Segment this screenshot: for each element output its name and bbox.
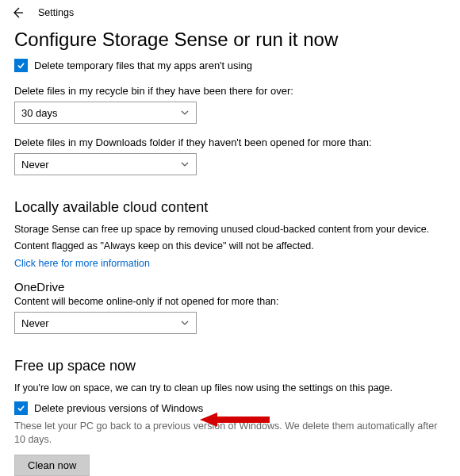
downloads-value: Never <box>21 159 49 171</box>
free-up-heading: Free up space now <box>14 358 446 374</box>
downloads-label: Delete files in my Downloads folder if t… <box>14 136 446 148</box>
temp-files-label: Delete temporary files that my apps aren… <box>34 60 252 71</box>
page-content: Configure Storage Sense or run it now De… <box>0 21 460 476</box>
page-title: Configure Storage Sense or run it now <box>14 29 446 51</box>
cloud-content-heading: Locally available cloud content <box>14 199 446 216</box>
prev-versions-checkbox-row[interactable]: Delete previous versions of Windows <box>14 401 446 415</box>
recycle-bin-select[interactable]: 30 days <box>14 102 197 124</box>
onedrive-label: Content will become online-only if not o… <box>14 294 446 309</box>
onedrive-value: Never <box>21 317 49 329</box>
back-button[interactable] <box>11 6 24 19</box>
prev-versions-label: Delete previous versions of Windows <box>34 402 203 414</box>
window-title: Settings <box>38 7 74 18</box>
chevron-down-icon <box>180 108 190 117</box>
downloads-select[interactable]: Never <box>14 153 197 175</box>
prev-versions-note: These let your PC go back to a previous … <box>14 420 446 447</box>
cloud-line1: Storage Sense can free up space by remov… <box>14 222 446 236</box>
cloud-line2: Content flagged as "Always keep on this … <box>14 239 446 253</box>
checkbox-checked-icon <box>14 59 28 72</box>
chevron-down-icon <box>180 159 190 169</box>
recycle-bin-value: 30 days <box>21 107 58 119</box>
checkbox-checked-icon <box>14 401 28 415</box>
temp-files-checkbox-row[interactable]: Delete temporary files that my apps aren… <box>14 59 446 72</box>
free-up-intro: If you're low on space, we can try to cl… <box>14 381 446 395</box>
onedrive-heading: OneDrive <box>14 280 446 294</box>
clean-now-button[interactable]: Clean now <box>14 455 90 476</box>
window-header: Settings <box>0 0 460 21</box>
chevron-down-icon <box>180 318 190 328</box>
onedrive-select[interactable]: Never <box>14 312 197 334</box>
recycle-bin-label: Delete files in my recycle bin if they h… <box>14 85 446 97</box>
cloud-more-info-link[interactable]: Click here for more information <box>14 258 446 269</box>
